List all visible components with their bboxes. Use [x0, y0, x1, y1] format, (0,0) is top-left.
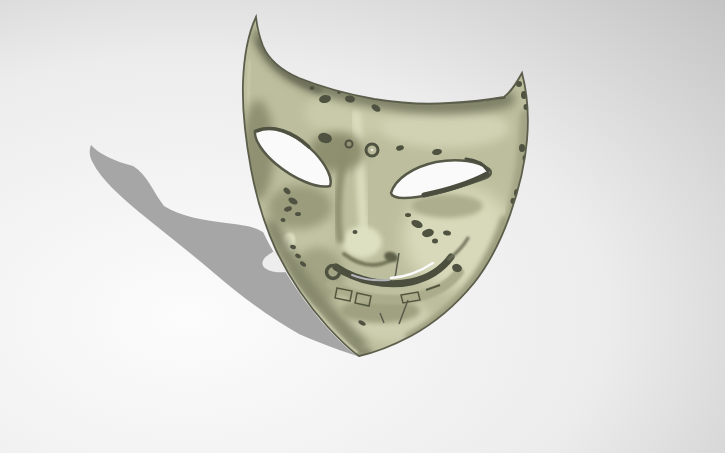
ring-spot-center [371, 149, 374, 152]
viewport-3d[interactable] [0, 0, 725, 453]
